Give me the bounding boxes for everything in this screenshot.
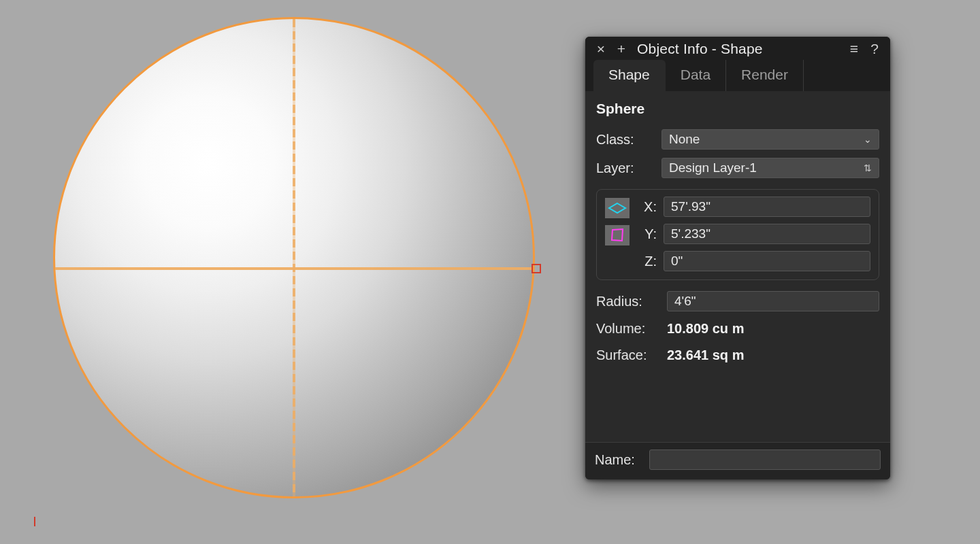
object-type-heading: Sphere [595,99,881,125]
name-input[interactable] [649,449,881,470]
z-row: Z: 0" [639,251,870,271]
plane-side-icon[interactable] [605,225,630,245]
panel-body: Sphere Class: None ⌄ Layer: Design Layer… [585,91,890,442]
menu-icon[interactable]: ≡ [847,41,862,56]
y-value: 5'.233" [671,226,710,241]
add-icon[interactable]: + [614,41,629,56]
y-label: Y: [639,226,657,242]
help-icon[interactable]: ? [867,41,882,56]
panel-tabs: Shape Data Render [585,60,890,91]
panel-spacer [595,369,881,437]
layer-select[interactable]: Design Layer-1 ⇅ [662,158,879,178]
tab-shape[interactable]: Shape [593,60,666,91]
radius-input[interactable]: 4'6" [667,291,879,311]
surface-label: Surface: [596,347,660,363]
object-info-panel: × + Object Info - Shape ≡ ? Shape Data R… [585,37,890,479]
coord-fields: X: 57'.93" Y: 5'.233" Z: 0" [639,197,870,271]
layer-row: Layer: Design Layer-1 ⇅ [595,154,881,182]
x-value: 57'.93" [671,199,710,214]
class-row: Class: None ⌄ [595,125,881,154]
surface-row: Surface: 23.641 sq m [595,342,881,369]
sphere-vertical-axis [293,19,295,496]
z-input[interactable]: 0" [664,251,870,271]
layer-value: Design Layer-1 [669,160,757,175]
sphere-edit-handle[interactable] [532,264,541,273]
surface-value: 23.641 sq m [667,347,744,363]
svg-marker-0 [609,203,625,213]
class-select[interactable]: None ⌄ [662,129,879,150]
tab-render[interactable]: Render [726,60,804,91]
tab-data[interactable]: Data [666,60,726,91]
panel-footer: Name: [585,442,890,479]
close-icon[interactable]: × [593,41,608,56]
coord-mode-icons [605,197,630,245]
x-row: X: 57'.93" [639,197,870,217]
z-value: 0" [671,254,683,269]
class-value: None [669,132,700,147]
plane-top-icon[interactable] [605,198,630,218]
x-label: X: [639,199,657,215]
radius-row: Radius: 4'6" [595,287,881,316]
coordinates-group: X: 57'.93" Y: 5'.233" Z: 0" [596,189,879,280]
layer-label: Layer: [596,160,655,176]
name-label: Name: [595,452,642,468]
class-label: Class: [596,132,655,148]
origin-marker [34,517,35,526]
svg-marker-1 [612,229,623,241]
volume-row: Volume: 10.809 cu m [595,316,881,342]
y-row: Y: 5'.233" [639,224,870,244]
panel-title: Object Info - Shape [634,41,841,57]
panel-titlebar[interactable]: × + Object Info - Shape ≡ ? [585,37,890,60]
chevron-down-icon: ⌄ [864,134,872,145]
sphere-horizontal-axis [55,267,533,270]
z-label: Z: [639,254,657,269]
chevron-updown-icon: ⇅ [864,163,872,173]
radius-label: Radius: [596,294,660,309]
volume-label: Volume: [596,321,660,337]
volume-value: 10.809 cu m [667,321,744,337]
y-input[interactable]: 5'.233" [664,224,870,244]
x-input[interactable]: 57'.93" [664,197,870,217]
selected-sphere[interactable] [53,17,535,498]
radius-value: 4'6" [674,294,696,309]
